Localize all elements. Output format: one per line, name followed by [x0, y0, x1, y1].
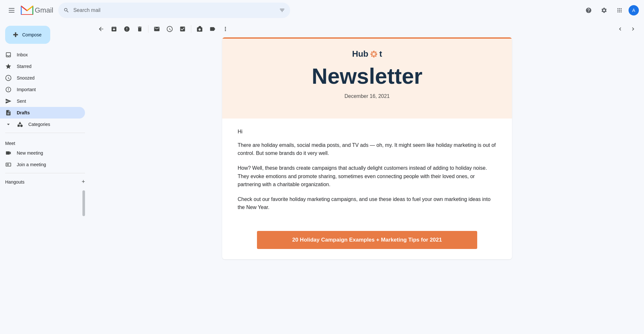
- search-input[interactable]: [73, 7, 276, 13]
- sent-label: Sent: [17, 99, 26, 104]
- join-meeting-icon: [5, 161, 12, 168]
- move-button[interactable]: [194, 23, 205, 35]
- email-body-text: Hi There are holiday emails, social medi…: [222, 119, 512, 228]
- sidebar-item-snoozed[interactable]: Snoozed: [0, 72, 85, 84]
- apps-button[interactable]: [613, 4, 626, 17]
- sidebar: ✚ Compose Inbox Starred: [0, 21, 90, 334]
- hubspot-logo: Hub t: [235, 49, 499, 59]
- email-paragraph-2: How? Well, these brands create campaigns…: [238, 164, 497, 189]
- cta-button[interactable]: 20 Holiday Campaign Examples + Marketing…: [257, 231, 477, 249]
- join-meeting-label: Join a meeting: [17, 162, 46, 167]
- more-button[interactable]: [220, 23, 231, 35]
- categories-icon: [17, 121, 23, 128]
- hubspot-header: Hub t: [222, 37, 512, 119]
- svg-point-12: [371, 55, 373, 57]
- sidebar-item-drafts[interactable]: Drafts: [0, 107, 85, 119]
- svg-point-6: [373, 51, 374, 52]
- sidebar-divider: [5, 133, 85, 133]
- sidebar-item-new-meeting[interactable]: New meeting: [0, 147, 85, 159]
- email-paragraph-3: Check out our favorite holiday marketing…: [238, 195, 497, 212]
- snoozed-icon: [5, 75, 12, 81]
- svg-rect-4: [18, 125, 20, 127]
- sidebar-item-join-meeting[interactable]: Join a meeting: [0, 159, 85, 170]
- main-layout: ✚ Compose Inbox Starred: [0, 21, 644, 334]
- expand-button[interactable]: [627, 23, 639, 35]
- snooze-button[interactable]: [164, 23, 175, 35]
- sent-icon: [5, 98, 12, 104]
- svg-point-13: [375, 55, 377, 57]
- hangouts-add-icon[interactable]: +: [81, 178, 85, 185]
- avatar[interactable]: A: [629, 5, 639, 15]
- inbox-label: Inbox: [17, 52, 28, 57]
- important-label: Important: [17, 87, 36, 92]
- categories-expand-icon: [5, 121, 12, 128]
- menu-button[interactable]: [5, 4, 18, 17]
- topbar: Gmail A: [0, 0, 644, 21]
- snoozed-label: Snoozed: [17, 75, 34, 81]
- email-toolbar: [90, 21, 644, 37]
- new-meeting-icon: [5, 150, 12, 156]
- sidebar-item-important[interactable]: Important: [0, 84, 85, 95]
- label-button[interactable]: [207, 23, 218, 35]
- sidebar-item-sent[interactable]: Sent: [0, 95, 85, 107]
- svg-rect-1: [9, 10, 14, 11]
- hangouts-label: Hangouts: [5, 179, 24, 185]
- svg-point-14: [373, 53, 375, 55]
- settings-button[interactable]: [598, 4, 611, 17]
- topbar-right: A: [582, 4, 639, 17]
- email-body-card: Hub t: [222, 37, 512, 259]
- hangouts-section: Hangouts +: [0, 176, 90, 188]
- sidebar-item-inbox[interactable]: Inbox: [0, 49, 85, 61]
- hubspot-logo-text: Hub: [352, 49, 368, 59]
- new-meeting-label: New meeting: [17, 150, 43, 156]
- gmail-logo: Gmail: [21, 5, 53, 15]
- scrollbar-area: [5, 190, 85, 216]
- scrollbar-thumb[interactable]: [82, 190, 85, 216]
- email-content: Hub t: [90, 37, 644, 334]
- delete-button[interactable]: [134, 23, 146, 35]
- task-button[interactable]: [177, 23, 188, 35]
- meet-section-header: Meet: [0, 136, 90, 147]
- back-button[interactable]: [95, 23, 107, 35]
- collapse-button[interactable]: [614, 23, 626, 35]
- cta-container: 20 Holiday Campaign Examples + Marketing…: [222, 228, 512, 259]
- sidebar-item-categories[interactable]: Categories: [0, 119, 85, 130]
- sidebar-divider-2: [5, 173, 85, 173]
- svg-point-7: [373, 56, 374, 57]
- search-bar[interactable]: [58, 3, 290, 18]
- email-area: Hub t: [90, 21, 644, 334]
- svg-rect-0: [9, 8, 14, 9]
- important-icon: [5, 86, 12, 93]
- starred-icon: [5, 63, 12, 70]
- starred-label: Starred: [17, 64, 32, 69]
- newsletter-title: Newsletter: [235, 64, 499, 88]
- toolbar-right: [614, 23, 639, 35]
- svg-point-8: [371, 53, 372, 55]
- svg-point-10: [371, 51, 373, 53]
- newsletter-date: December 16, 2021: [235, 93, 499, 99]
- categories-label: Categories: [28, 122, 50, 127]
- toolbar-divider-1: [148, 25, 148, 33]
- toolbar-divider-2: [191, 25, 191, 33]
- compose-plus-icon: ✚: [13, 31, 18, 39]
- compose-button[interactable]: ✚ Compose: [5, 26, 50, 44]
- hubspot-logo-text-2: t: [379, 49, 382, 59]
- email-paragraph-1: There are holiday emails, social media p…: [238, 141, 497, 157]
- drafts-icon: [5, 110, 12, 116]
- svg-rect-2: [9, 12, 14, 13]
- drafts-label: Drafts: [17, 110, 30, 115]
- email-greeting: Hi: [238, 129, 497, 135]
- report-button[interactable]: [121, 23, 133, 35]
- compose-label: Compose: [22, 32, 42, 37]
- archive-button[interactable]: [108, 23, 120, 35]
- svg-point-3: [20, 125, 23, 127]
- mark-unread-button[interactable]: [151, 23, 163, 35]
- hubspot-sprocket-icon: [370, 50, 378, 58]
- help-button[interactable]: [582, 4, 595, 17]
- sidebar-item-starred[interactable]: Starred: [0, 61, 85, 72]
- svg-point-11: [375, 51, 377, 53]
- gmail-label: Gmail: [35, 6, 53, 14]
- inbox-icon: [5, 52, 12, 58]
- svg-point-9: [375, 53, 377, 55]
